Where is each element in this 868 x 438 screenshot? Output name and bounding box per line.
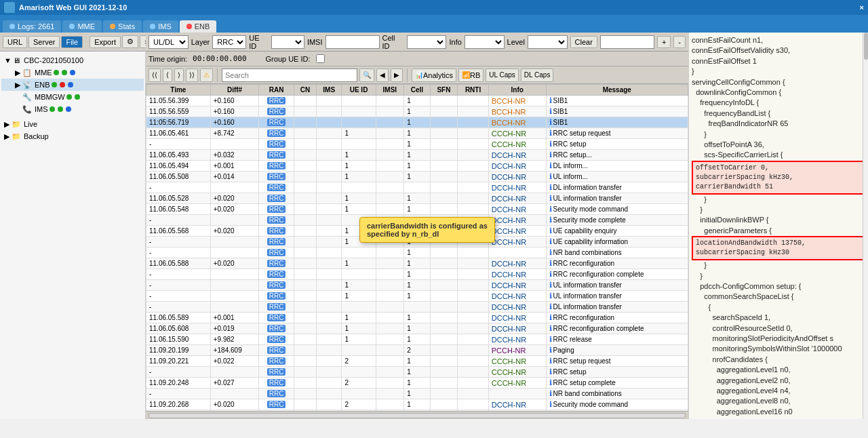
table-row[interactable]: 11.09.20.199+184.609RRC2PCCH-NRℹPaging: [146, 345, 688, 356]
analytics-button[interactable]: 📊 Analytics: [412, 68, 456, 82]
table-row[interactable]: 11.06.05.493+0.032RRC11DCCH-NRℹRRC setup…: [146, 150, 688, 161]
tab-logs[interactable]: Logs: 2661: [3, 20, 61, 33]
ue-id-select[interactable]: [271, 35, 304, 49]
tree-root-label: CBC-2021050100: [24, 56, 83, 64]
time-origin-row: Time origin: 00:00:00.000 Group UE ID:: [146, 52, 688, 66]
search-button[interactable]: 🔍: [359, 68, 374, 82]
subtract-filter-button[interactable]: -: [673, 36, 686, 48]
col-message[interactable]: Message: [546, 85, 688, 96]
col-info[interactable]: Info: [488, 85, 546, 96]
tab-stats-icon: [110, 24, 115, 29]
add-filter-button[interactable]: +: [657, 36, 671, 48]
table-row[interactable]: 11.09.20.268+0.020RRC21DCCH-NRℹSecurity …: [146, 399, 688, 410]
ims-status-dot-1: [50, 106, 55, 112]
close-button[interactable]: ×: [860, 3, 864, 12]
nav-forward-button[interactable]: ▶: [391, 68, 403, 82]
tab-ims[interactable]: IMS: [143, 20, 178, 33]
nav-prev-button[interactable]: ⟨: [163, 68, 172, 82]
table-row[interactable]: 11.06.05.608+0.019RRC11DCCH-NRℹRRC recon…: [146, 323, 688, 334]
sidebar-item-ims[interactable]: ▶ 📞 IMS: [1, 103, 144, 115]
ims-label: IMS: [35, 105, 48, 113]
search-input[interactable]: [222, 68, 357, 82]
table-row[interactable]: -RRC1DCCH-NRℹRRC reconfiguration complet…: [146, 269, 688, 280]
table-row[interactable]: 11.09.20.248+0.027RRC21CCCH-NRℹRRC setup…: [146, 378, 688, 389]
level-select[interactable]: [528, 35, 568, 49]
col-cell[interactable]: Cell: [404, 85, 430, 96]
log-table-body: 11.05.56.399+0.160RRC1BCCH-NRℹSIB111.05.…: [146, 96, 688, 412]
col-ims[interactable]: IMS: [316, 85, 342, 96]
warning-button[interactable]: ⚠: [200, 68, 213, 82]
sidebar-item-enb[interactable]: ▶ 📡 ENB: [1, 79, 144, 91]
tab-enb[interactable]: ENB: [180, 20, 217, 33]
col-imsi[interactable]: IMSI: [376, 85, 404, 96]
clear-button[interactable]: Clear: [570, 36, 597, 48]
sidebar-item-backup[interactable]: ▶ 📁 Backup: [1, 130, 144, 142]
table-row[interactable]: 11.06.05.461+8.742RRC11CCCH-NRℹRRC setup…: [146, 128, 688, 139]
table-row[interactable]: 11.06.05.494+0.001RRC11DCCH-NRℹDL inform…: [146, 161, 688, 172]
table-row[interactable]: 11.06.05.589+0.001RRC11DCCH-NRℹRRC recon…: [146, 313, 688, 323]
table-row[interactable]: -RRC11DCCH-NRℹUL information transfer: [146, 280, 688, 291]
live-arrow[interactable]: ▶: [4, 120, 11, 129]
table-row[interactable]: -RRCDCCH-NRℹDL information transfer: [146, 182, 688, 193]
horizontal-scrollbar[interactable]: [149, 413, 686, 418]
table-row[interactable]: -RRC1ℹNR band combinations: [146, 247, 688, 258]
export-button[interactable]: Export: [90, 36, 121, 48]
group-ue-checkbox[interactable]: [316, 54, 325, 63]
table-row[interactable]: -RRC1CCCH-NRℹRRC setup: [146, 139, 688, 150]
info-select[interactable]: [465, 35, 505, 49]
sidebar-item-live[interactable]: ▶ 📁 Live: [1, 118, 144, 130]
right-panel-scrollbar[interactable]: [863, 33, 868, 419]
table-row[interactable]: 11.09.20.221+0.022RRC21CCCH-NRℹRRC setup…: [146, 356, 688, 367]
top-toolbar: URL Server File Export ⚙ ×: [0, 33, 145, 52]
tab-stats[interactable]: Stats: [103, 20, 142, 33]
table-row[interactable]: 11.06.05.588+0.020RRC11DCCH-NRℹRRC recon…: [146, 258, 688, 269]
sidebar-item-mbmgw[interactable]: ▶ 🔧 MBMGW: [1, 91, 144, 103]
table-row[interactable]: -RRC1ℹNR band combinations: [146, 389, 688, 399]
url-button[interactable]: URL: [3, 36, 27, 48]
ul-caps-button[interactable]: UL Caps: [486, 68, 519, 82]
direction-select[interactable]: UL/DL: [149, 35, 189, 49]
tab-mme[interactable]: MME: [62, 20, 102, 33]
col-sfn[interactable]: SFN: [430, 85, 458, 96]
highlight-carrier: offsetToCarrier 0, subcarrierSpacing kHz…: [692, 161, 865, 195]
table-row[interactable]: 11.06.15.590+9.982RRC11DCCH-NRℹRRC relea…: [146, 334, 688, 345]
table-row[interactable]: 11.06.05.508+0.014RRC11DCCH-NRℹUL inform…: [146, 172, 688, 182]
right-panel-code-3: } } pdcch-ConfigCommon setup: { commonSe…: [692, 260, 865, 419]
nav-back-button[interactable]: ◀: [376, 68, 389, 82]
table-row[interactable]: 11.05.56.399+0.160RRC1BCCH-NRℹSIB1: [146, 96, 688, 106]
table-row[interactable]: 11.06.05.548+0.020RRC11DCCH-NRℹSecurity …: [146, 204, 688, 215]
table-row[interactable]: -RRC1CCCH-NRℹRRC setup: [146, 367, 688, 378]
nav-first-button[interactable]: ⟨⟨: [149, 68, 161, 82]
table-row[interactable]: 11.05.56.559+0.160RRC1BCCH-NRℹSIB1: [146, 106, 688, 117]
nav-next-button[interactable]: ⟩: [174, 68, 184, 82]
rb-button[interactable]: 📶 RB: [458, 68, 484, 82]
table-row[interactable]: -RRC11DCCH-NRℹUL information transfer: [146, 291, 688, 302]
col-cn[interactable]: CN: [294, 85, 316, 96]
server-button[interactable]: Server: [28, 36, 60, 48]
enb-icon: 📡: [22, 80, 33, 89]
col-ueid[interactable]: UE ID: [342, 85, 376, 96]
backup-arrow[interactable]: ▶: [4, 132, 11, 141]
file-button[interactable]: File: [61, 36, 83, 48]
enb-arrow[interactable]: ▶: [15, 81, 22, 89]
layer-select[interactable]: RRC: [212, 35, 246, 49]
dl-caps-button[interactable]: DL Caps: [521, 68, 554, 82]
imsi-input[interactable]: [326, 35, 380, 49]
mme-arrow[interactable]: ▶: [15, 68, 22, 77]
col-diff[interactable]: Diff#: [210, 85, 259, 96]
settings-button[interactable]: ⚙: [122, 35, 138, 48]
mme-status-dot-1: [54, 70, 59, 75]
sidebar-item-mme[interactable]: ▶ 📋 MME: [1, 66, 144, 79]
table-row[interactable]: 11.06.05.528+0.020RRC11DCCH-NRℹUL inform…: [146, 193, 688, 204]
col-rnti[interactable]: RNTI: [458, 85, 488, 96]
table-row[interactable]: 11:05:56.719+0.160RRC1BCCH-NRℹSIB1: [146, 117, 688, 128]
col-time[interactable]: Time: [146, 85, 211, 96]
time-origin-label: Time origin:: [149, 55, 187, 63]
tree-root-arrow[interactable]: ▼: [4, 56, 11, 64]
table-row[interactable]: -RRCDCCH-NRℹDL information transfer: [146, 302, 688, 313]
nav-last-button[interactable]: ⟩⟩: [186, 68, 198, 82]
filter-extra-input[interactable]: [600, 35, 654, 49]
cell-id-select[interactable]: [407, 35, 447, 49]
ue-id-label: UE ID: [249, 34, 269, 50]
col-ran[interactable]: RAN: [259, 85, 294, 96]
